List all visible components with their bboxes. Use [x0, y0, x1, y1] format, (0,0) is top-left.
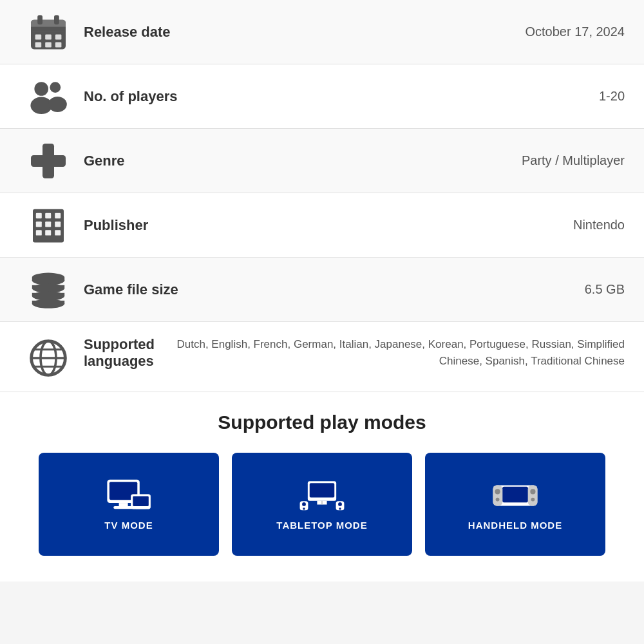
play-modes-section: Supported play modes TV MODE	[0, 392, 644, 582]
svg-rect-46	[133, 497, 149, 506]
tv-mode-card: TV MODE	[39, 453, 219, 556]
num-players-icon-cell	[19, 77, 77, 116]
svg-rect-47	[135, 507, 147, 509]
svg-rect-3	[37, 15, 43, 24]
tabletop-mode-label: TABLETOP MODE	[276, 520, 367, 531]
svg-rect-18	[36, 213, 42, 218]
svg-rect-2	[31, 26, 66, 31]
svg-point-57	[339, 507, 341, 510]
svg-rect-24	[36, 230, 42, 235]
svg-rect-49	[310, 483, 335, 497]
svg-rect-8	[35, 42, 42, 47]
handheld-mode-card: HANDHELD MODE	[425, 453, 605, 556]
play-modes-title: Supported play modes	[26, 412, 618, 433]
num-players-row: No. of players 1-20	[0, 64, 644, 129]
svg-rect-44	[113, 506, 133, 509]
svg-rect-26	[55, 230, 61, 235]
genre-icon	[29, 142, 68, 180]
file-size-row: Game file size 6.5 GB	[0, 258, 644, 322]
info-table: Release date October 17, 2024 No. of pla…	[0, 0, 644, 392]
svg-rect-19	[45, 213, 51, 218]
svg-point-62	[496, 498, 500, 502]
svg-rect-25	[45, 230, 51, 235]
languages-icon-cell	[19, 336, 77, 377]
svg-rect-20	[55, 213, 61, 218]
num-players-label: No. of players	[77, 88, 431, 105]
tabletop-mode-icon	[299, 478, 345, 513]
svg-point-54	[303, 507, 305, 510]
genre-icon-cell	[19, 142, 77, 180]
svg-point-56	[338, 502, 342, 506]
genre-value: Party / Multiplayer	[431, 153, 625, 168]
handheld-mode-label: HANDHELD MODE	[468, 520, 562, 531]
languages-row: Supported languages Dutch, English, Fren…	[0, 322, 644, 392]
svg-point-13	[50, 82, 61, 93]
handheld-mode-icon	[493, 478, 538, 513]
svg-rect-4	[54, 15, 59, 24]
file-size-icon-cell	[19, 270, 77, 309]
svg-point-35	[32, 299, 64, 308]
svg-rect-7	[55, 34, 62, 39]
globe-icon	[29, 339, 68, 377]
file-size-value: 6.5 GB	[431, 282, 625, 297]
publisher-icon	[29, 206, 68, 245]
svg-rect-9	[45, 42, 52, 47]
publisher-icon-cell	[19, 206, 77, 245]
svg-point-11	[34, 82, 48, 96]
svg-rect-23	[55, 222, 61, 227]
play-modes-grid: TV MODE TABLETOP MODE	[26, 453, 618, 556]
svg-point-61	[495, 489, 500, 494]
svg-rect-63	[528, 485, 538, 506]
svg-point-14	[48, 97, 67, 112]
publisher-value: Nintendo	[431, 218, 625, 232]
tabletop-mode-card: TABLETOP MODE	[232, 453, 412, 556]
svg-rect-10	[55, 42, 62, 47]
num-players-value: 1-20	[431, 89, 625, 104]
svg-rect-22	[45, 222, 51, 227]
svg-rect-21	[36, 222, 42, 227]
release-date-row: Release date October 17, 2024	[0, 0, 644, 64]
svg-rect-59	[502, 487, 528, 503]
genre-row: Genre Party / Multiplayer	[0, 129, 644, 193]
genre-label: Genre	[77, 153, 431, 169]
svg-rect-6	[45, 34, 52, 39]
languages-label: Supported languages	[77, 336, 155, 370]
release-date-icon-cell	[19, 13, 77, 52]
file-size-label: Game file size	[77, 281, 431, 298]
svg-rect-16	[31, 155, 66, 167]
tv-mode-label: TV MODE	[104, 520, 153, 531]
languages-value: Dutch, English, French, German, Italian,…	[155, 336, 625, 369]
svg-rect-60	[493, 485, 503, 506]
players-icon	[29, 77, 68, 116]
release-date-value: October 17, 2024	[431, 24, 625, 39]
svg-point-53	[302, 502, 306, 506]
publisher-row: Publisher Nintendo	[0, 193, 644, 258]
calendar-icon	[29, 13, 68, 52]
tv-mode-icon	[106, 478, 151, 513]
publisher-label: Publisher	[77, 217, 431, 234]
filesize-icon	[29, 270, 68, 309]
svg-point-64	[530, 489, 535, 494]
release-date-label: Release date	[77, 24, 431, 41]
svg-point-65	[531, 498, 535, 502]
svg-rect-5	[35, 34, 42, 39]
svg-rect-43	[119, 503, 128, 507]
